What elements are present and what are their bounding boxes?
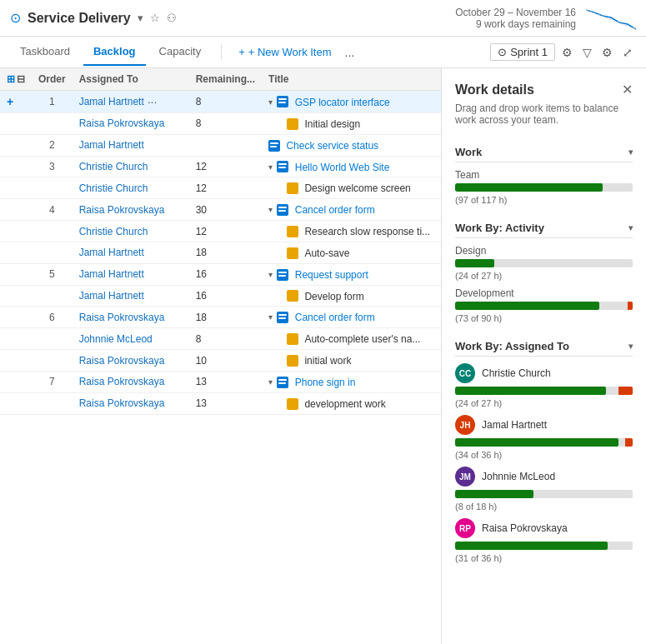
- work-by-assigned-header[interactable]: Work By: Assigned To ▾: [455, 333, 633, 357]
- filter-icon[interactable]: ▽: [579, 44, 595, 61]
- people-icon[interactable]: ⚇: [167, 12, 177, 24]
- toggle-icon[interactable]: ⊟: [17, 73, 25, 85]
- main-layout: ⊞ ⊟ Order Assigned To Remaining... Title…: [0, 68, 646, 644]
- work-item-icon: [268, 140, 280, 152]
- item-title[interactable]: initial work: [304, 355, 351, 367]
- jamal-bar-container: [455, 438, 633, 447]
- work-section-header[interactable]: Work ▾: [455, 139, 633, 162]
- add-cell: [0, 221, 32, 242]
- item-title[interactable]: Phone sign in: [295, 377, 356, 388]
- settings-icon[interactable]: ⚙: [598, 44, 616, 61]
- add-cell: [0, 263, 32, 285]
- more-options-button[interactable]: ...: [342, 44, 358, 61]
- item-title[interactable]: Cancel order form: [295, 204, 375, 216]
- filter-settings-icon[interactable]: ⚙: [558, 44, 576, 61]
- assigned-link[interactable]: Christie Church: [79, 226, 148, 237]
- assigned-link[interactable]: Raisa Pokrovskaya: [79, 117, 165, 129]
- assigned-link[interactable]: Christie Church: [79, 161, 148, 172]
- item-title[interactable]: GSP locator interface: [295, 96, 390, 107]
- assigned-link[interactable]: Jamal Hartnett: [79, 247, 144, 258]
- item-title[interactable]: Design welcome screen: [304, 182, 410, 194]
- add-cell: [0, 242, 32, 263]
- work-by-activity-header[interactable]: Work By: Activity ▾: [455, 215, 633, 238]
- item-title[interactable]: Initial design: [304, 118, 360, 130]
- chevron-down-icon[interactable]: ▾: [138, 12, 143, 24]
- assigned-link[interactable]: Johnnie McLeod: [79, 333, 153, 345]
- tab-taskboard[interactable]: Taskboard: [10, 38, 80, 66]
- sprint-info: October 29 – November 16 9 work days rem…: [455, 6, 636, 31]
- col-add-header: ⊞ ⊟: [0, 68, 32, 91]
- assigned-link[interactable]: Raisa Pokrovskaya: [79, 204, 165, 216]
- table-header-row: ⊞ ⊟ Order Assigned To Remaining... Title: [0, 68, 441, 91]
- title-cell: ▾ Cancel order form: [262, 199, 441, 221]
- close-button[interactable]: ✕: [622, 82, 633, 97]
- item-title[interactable]: Auto-complete user's na...: [304, 333, 420, 345]
- table-row: 2 Jamal Hartnett Check service status: [0, 134, 441, 156]
- fullscreen-icon[interactable]: ⤢: [619, 44, 636, 61]
- assigned-link[interactable]: Christie Church: [79, 182, 148, 194]
- johnnie-bar-container: [455, 490, 633, 498]
- order-cell: 3: [32, 156, 73, 177]
- collapse-arrow[interactable]: ▾: [268, 377, 273, 387]
- project-icon: ⊙: [10, 10, 21, 26]
- item-title[interactable]: Research slow response ti...: [304, 226, 430, 237]
- order-cell: 5: [32, 263, 73, 285]
- work-by-assigned-section: Work By: Assigned To ▾ CC Christie Churc…: [455, 333, 633, 563]
- collapse-arrow[interactable]: ▾: [268, 270, 273, 279]
- assigned-cell: Jamal Hartnett: [73, 134, 189, 156]
- remaining-cell: 8: [189, 113, 262, 135]
- table-row: Raisa Pokrovskaya 13 development work: [0, 392, 441, 414]
- assigned-cell: Johnnie McLeod: [73, 328, 189, 350]
- person-name: Jamal Hartnett: [482, 419, 547, 431]
- assigned-link[interactable]: Jamal Hartnett: [79, 290, 144, 302]
- item-title[interactable]: Check service status: [286, 140, 378, 152]
- tab-capacity[interactable]: Capacity: [149, 38, 212, 66]
- item-title[interactable]: development work: [304, 398, 385, 410]
- table-row: Christie Church 12 Design welcome screen: [0, 177, 441, 199]
- assigned-link[interactable]: Raisa Pokrovskaya: [79, 312, 165, 323]
- work-item-icon: [277, 161, 288, 172]
- item-title[interactable]: Hello World Web Site: [295, 161, 390, 172]
- task-icon: [287, 182, 298, 194]
- item-title[interactable]: Cancel order form: [295, 312, 375, 323]
- assigned-link[interactable]: Raisa Pokrovskaya: [79, 376, 165, 387]
- person-row: RP Raisa Pokrovskaya: [455, 518, 633, 538]
- collapse-arrow[interactable]: ▾: [268, 97, 273, 107]
- assigned-link[interactable]: Jamal Hartnett: [79, 96, 144, 107]
- task-icon: [287, 355, 298, 367]
- person-name: Christie Church: [482, 367, 551, 379]
- order-cell: [32, 177, 73, 199]
- collapse-arrow[interactable]: ▾: [268, 312, 273, 322]
- team-bar-sub: (97 of 117 h): [455, 195, 633, 205]
- task-icon: [287, 290, 298, 302]
- add-cell[interactable]: +: [0, 91, 32, 113]
- item-title[interactable]: Request support: [295, 269, 368, 281]
- design-bar-container: [455, 259, 633, 267]
- table-row: Christie Church 12 Research slow respons…: [0, 221, 441, 242]
- table-row: Johnnie McLeod 8 Auto-complete user's na…: [0, 328, 441, 350]
- assigned-link[interactable]: Raisa Pokrovskaya: [79, 355, 165, 367]
- person-row: CC Christie Church: [455, 363, 633, 383]
- work-by-activity-label: Work By: Activity: [455, 222, 544, 234]
- row-dots-button[interactable]: ···: [148, 95, 158, 108]
- sprint-badge[interactable]: ⊙ Sprint 1: [490, 43, 555, 61]
- add-icon[interactable]: ⊞: [7, 73, 15, 85]
- assigned-link[interactable]: Jamal Hartnett: [79, 268, 144, 280]
- order-cell: 4: [32, 199, 73, 221]
- assigned-link[interactable]: Jamal Hartnett: [79, 139, 144, 151]
- assigned-cell: Raisa Pokrovskaya: [73, 350, 189, 372]
- tab-backlog[interactable]: Backlog: [83, 38, 146, 66]
- christie-bar-container: [455, 387, 633, 395]
- item-title[interactable]: Auto-save: [304, 247, 349, 259]
- new-work-item-button[interactable]: + + New Work Item: [232, 42, 338, 62]
- collapse-arrow[interactable]: ▾: [268, 205, 273, 214]
- item-title[interactable]: Develop form: [304, 290, 363, 302]
- collapse-arrow[interactable]: ▾: [268, 162, 273, 172]
- sprint-icon: ⊙: [498, 46, 507, 58]
- favorite-icon[interactable]: ☆: [150, 12, 160, 24]
- development-bar-label: Development: [455, 287, 633, 299]
- avatar: JH: [455, 415, 475, 435]
- assigned-link[interactable]: Raisa Pokrovskaya: [79, 397, 165, 409]
- assigned-cell: Jamal Hartnett: [73, 242, 189, 263]
- remaining-cell: 12: [189, 156, 262, 177]
